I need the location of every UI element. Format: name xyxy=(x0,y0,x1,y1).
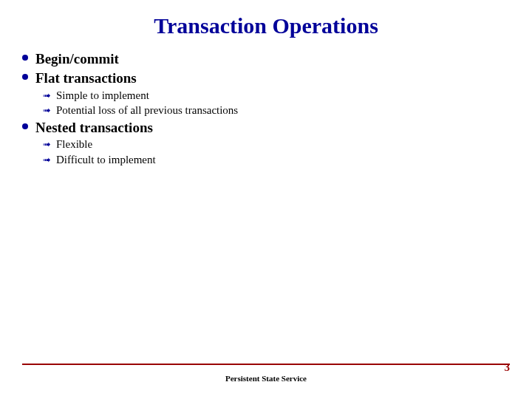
bullet-text: Flexible xyxy=(56,137,92,152)
bullet-level2: ➟ Difficult to implement xyxy=(43,153,510,168)
bullet-dot-icon xyxy=(22,55,28,61)
bullet-text: Flat transactions xyxy=(35,69,137,87)
page-number: 3 xyxy=(505,361,511,374)
bullet-text: Nested transactions xyxy=(35,119,153,137)
slide-body: Begin/commit Flat transactions ➟ Simple … xyxy=(22,50,510,168)
bullet-dot-icon xyxy=(22,74,28,80)
bullet-text: Simple to implement xyxy=(56,89,149,103)
bullet-level2: ➟ Potential loss of all previous transac… xyxy=(43,103,510,118)
bullet-level1: Flat transactions xyxy=(22,69,510,87)
bullet-dot-icon xyxy=(22,123,28,129)
bullet-text: Difficult to implement xyxy=(56,153,156,168)
arrow-icon: ➟ xyxy=(43,104,51,117)
footer-text: Persistent State Service xyxy=(0,374,532,383)
bullet-level2: ➟ Flexible xyxy=(43,137,510,152)
bullet-text: Potential loss of all previous transacti… xyxy=(56,103,238,118)
bullet-level1: Begin/commit xyxy=(22,50,510,68)
bullet-level1: Nested transactions xyxy=(22,119,510,137)
bullet-text: Begin/commit xyxy=(35,50,119,68)
arrow-icon: ➟ xyxy=(43,154,51,167)
slide: Transaction Operations Begin/commit Flat… xyxy=(0,0,532,399)
bullet-level2: ➟ Simple to implement xyxy=(43,89,510,103)
footer-divider xyxy=(22,364,510,365)
slide-title: Transaction Operations xyxy=(0,13,532,38)
arrow-icon: ➟ xyxy=(43,138,51,151)
arrow-icon: ➟ xyxy=(43,89,51,103)
